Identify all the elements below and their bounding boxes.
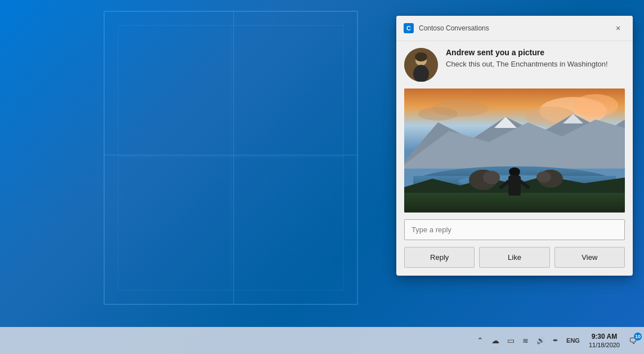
- app-icon: C: [403, 23, 414, 34]
- battery-icon[interactable]: ▭: [505, 334, 517, 347]
- toast-image: [404, 88, 625, 213]
- taskbar-clock[interactable]: 9:30 AM 11/18/2020: [585, 331, 623, 351]
- wifi-icon[interactable]: ≋: [520, 334, 531, 347]
- svg-point-33: [509, 167, 520, 175]
- volume-icon[interactable]: 🔊: [534, 334, 547, 347]
- svg-point-11: [415, 52, 427, 61]
- avatar: [404, 48, 438, 82]
- toast-body: Andrew sent you a picture Check this out…: [396, 41, 633, 88]
- taskbar-right-area: ⌃ ☁ ▭ ≋ 🔊 ✒ ENG 9:30 AM 11/18/2020 🗨 10: [475, 331, 639, 351]
- pen-icon[interactable]: ✒: [551, 334, 561, 347]
- svg-point-17: [418, 107, 458, 121]
- notification-center-button[interactable]: 🗨 10: [627, 334, 639, 348]
- toast-notification: C Contoso Conversations × Andrew sent yo…: [396, 16, 633, 276]
- taskbar: ⌃ ☁ ▭ ≋ 🔊 ✒ ENG 9:30 AM 11/18/2020 🗨 10: [0, 327, 644, 354]
- toast-actions: Reply Like View: [404, 247, 625, 268]
- reply-button[interactable]: Reply: [404, 247, 475, 268]
- reply-input[interactable]: [404, 219, 625, 240]
- svg-text:C: C: [406, 25, 411, 32]
- lang-icon[interactable]: ENG: [564, 335, 582, 346]
- like-button[interactable]: Like: [479, 247, 549, 268]
- app-name: Contoso Conversations: [419, 24, 610, 32]
- windows-logo-decoration: [0, 0, 372, 327]
- svg-point-30: [536, 171, 551, 183]
- toast-text-content: Andrew sent you a picture Check this out…: [446, 48, 625, 69]
- taskbar-date-display: 11/18/2020: [589, 341, 620, 349]
- toast-header: C Contoso Conversations ×: [396, 16, 633, 41]
- close-button[interactable]: ×: [610, 20, 626, 36]
- view-button[interactable]: View: [554, 247, 625, 268]
- svg-point-14: [573, 94, 618, 117]
- svg-rect-31: [508, 176, 521, 196]
- svg-rect-3: [118, 25, 343, 290]
- svg-rect-0: [104, 11, 357, 304]
- toast-message: Check this out, The Enchantments in Wash…: [446, 59, 625, 69]
- svg-point-29: [483, 171, 500, 184]
- reply-input-container: [404, 219, 625, 240]
- cloud-icon[interactable]: ☁: [489, 334, 502, 347]
- chevron-up-icon[interactable]: ⌃: [475, 334, 486, 347]
- notification-count-badge: 10: [634, 333, 642, 340]
- toast-title: Andrew sent you a picture: [446, 48, 625, 57]
- taskbar-time-display: 9:30 AM: [589, 333, 620, 342]
